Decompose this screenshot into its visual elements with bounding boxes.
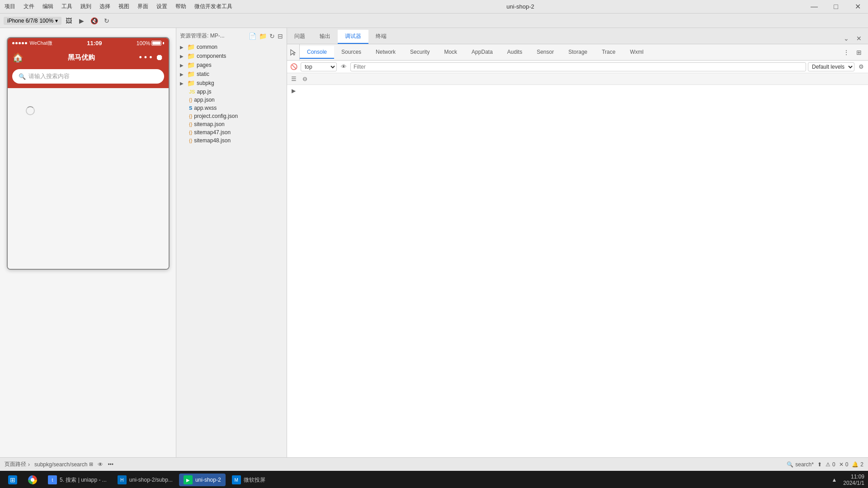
page-path-label[interactable]: 页面路径 ›	[5, 460, 30, 468]
settings-icon[interactable]: ⚙	[856, 62, 866, 72]
folder-common[interactable]: ▶ 📁 common	[176, 42, 287, 52]
menu-item-wechat[interactable]: 微信开发者工具	[194, 3, 232, 10]
tab-network[interactable]: Network	[368, 46, 403, 59]
level-select[interactable]: Default levels	[808, 62, 854, 71]
menu-item-project[interactable]: 项目	[5, 3, 15, 10]
taskbar-vscode[interactable]: H uni-shop-2/subp...	[113, 474, 177, 486]
js-file-icon: JS	[189, 89, 195, 94]
warning-count[interactable]: ⚠ 0	[826, 461, 835, 468]
minimize-button[interactable]: —	[804, 0, 825, 14]
taskbar-cast[interactable]: M 微软投屏	[227, 474, 270, 486]
menu-item-view[interactable]: 视图	[118, 3, 129, 10]
battery-nub	[163, 42, 164, 44]
tab-sources[interactable]: Sources	[334, 46, 368, 59]
filter-icon[interactable]: ⊖	[300, 74, 310, 84]
tab-sensor[interactable]: Sensor	[529, 46, 561, 59]
taskbar-uniapp-search[interactable]: t 5. 搜索 | uniapp - ...	[43, 474, 111, 486]
volume-button[interactable]: 🔇	[89, 15, 99, 26]
play-button[interactable]: ▶	[76, 15, 87, 26]
expand-arrow: ▶	[180, 54, 185, 59]
error-count[interactable]: ✕ 0	[839, 461, 849, 468]
detach-icon[interactable]: ⊞	[854, 47, 864, 58]
file-sitemap48-json[interactable]: {} sitemap48.json	[176, 136, 287, 145]
clear-console-icon[interactable]: 🚫	[289, 62, 299, 72]
console-expand-arrow[interactable]: ▶	[291, 87, 297, 95]
search-box[interactable]: 🔍 请输入搜索内容	[12, 69, 164, 84]
menu-item-tool[interactable]: 工具	[61, 3, 72, 10]
sidebar-toggle-icon[interactable]: ☰	[289, 74, 299, 84]
phone-frame: WeChat微 11:09 100% 🏠 黑马优购 • • • ⏺	[7, 37, 170, 270]
screenshot-button[interactable]: 🖼	[63, 15, 74, 26]
file-tree: ▶ 📁 common ▶ 📁 components ▶ 📁 pages ▶ 📁 …	[176, 42, 287, 145]
folder-pages[interactable]: ▶ 📁 pages	[176, 61, 287, 70]
taskbar-item-label: 微软投屏	[244, 476, 265, 484]
device-selector[interactable]: iPhone 6/7/8 100% ▾	[4, 17, 61, 25]
tab-security[interactable]: Security	[403, 46, 437, 59]
taskbar-devtools[interactable]: ▶ uni-shop-2	[179, 474, 226, 486]
search-status[interactable]: 🔍 search*	[787, 461, 814, 468]
more-dots-icon[interactable]: • • •	[139, 53, 152, 62]
expand-down-icon[interactable]: ⌄	[841, 33, 852, 44]
system-tray[interactable]: ▲	[827, 475, 841, 485]
bell-icon: 🔔	[852, 461, 859, 468]
inspect-element-btn[interactable]	[287, 44, 300, 61]
more-tabs-icon[interactable]: ⋮	[841, 47, 852, 58]
tab-trace[interactable]: Trace	[594, 46, 623, 59]
device-label: iPhone 6/7/8	[7, 18, 38, 24]
taskbar-windows-btn[interactable]: ⊞	[4, 474, 22, 486]
menu-item-settings[interactable]: 设置	[156, 3, 167, 10]
new-file-icon[interactable]: 📄	[249, 33, 256, 40]
eye-button[interactable]: 👁	[98, 461, 103, 468]
devtools-tab-actions: ⌄ ✕	[841, 33, 868, 44]
record-icon[interactable]: ⏺	[156, 53, 164, 62]
dot-2	[15, 42, 18, 44]
devtools-panel: 问题 输出 调试器 终端 ⌄ ✕ Console Sources Network…	[287, 28, 868, 457]
home-icon[interactable]: 🏠	[12, 52, 24, 63]
taskbar-chrome-btn[interactable]	[24, 474, 42, 486]
menu-item-select[interactable]: 选择	[99, 3, 110, 10]
file-app-js[interactable]: JS app.js	[176, 88, 287, 96]
close-button[interactable]: ✕	[847, 0, 868, 14]
page-path-value[interactable]: subpkg/search/search ⊞	[34, 461, 93, 468]
upload-icon-btn[interactable]: ⬆	[817, 461, 822, 468]
tab-output[interactable]: 输出	[312, 30, 338, 44]
battery-fill	[152, 42, 160, 45]
menu-item-help[interactable]: 帮助	[175, 3, 186, 10]
tab-debugger[interactable]: 调试器	[338, 30, 368, 44]
collapse-icon[interactable]: ⊟	[278, 33, 283, 40]
menu-item-goto[interactable]: 跳到	[80, 3, 91, 10]
folder-static[interactable]: ▶ 📁 static	[176, 70, 287, 79]
tab-wxml[interactable]: Wxml	[623, 46, 651, 59]
copy-icon[interactable]: ⊞	[89, 461, 93, 467]
context-select[interactable]: top	[301, 62, 337, 71]
close-panel-icon[interactable]: ✕	[854, 33, 864, 44]
console-toolbar-2: ☰ ⊖	[287, 73, 868, 85]
new-folder-icon[interactable]: 📁	[259, 33, 267, 40]
file-sitemap47-json[interactable]: {} sitemap47.json	[176, 128, 287, 136]
tab-terminal[interactable]: 终端	[368, 30, 394, 44]
tab-console[interactable]: Console	[300, 46, 334, 59]
notification-count[interactable]: 🔔 2	[852, 461, 863, 468]
file-project-config-json[interactable]: {} project.config.json	[176, 112, 287, 120]
tab-appdata[interactable]: AppData	[464, 46, 500, 59]
more-button[interactable]: •••	[108, 461, 113, 468]
file-app-wxss[interactable]: S app.wxss	[176, 104, 287, 112]
menu-item-edit[interactable]: 编辑	[42, 3, 53, 10]
tab-storage[interactable]: Storage	[561, 46, 594, 59]
folder-subpkg[interactable]: ▶ 📁 subpkg	[176, 79, 287, 88]
file-sitemap-json[interactable]: {} sitemap.json	[176, 120, 287, 128]
chevron-right-icon: ›	[28, 461, 30, 468]
refresh-icon[interactable]: ↻	[269, 33, 275, 40]
eye-status-icon: 👁	[98, 461, 103, 468]
tab-audits[interactable]: Audits	[500, 46, 529, 59]
rotate-button[interactable]: ↻	[101, 15, 112, 26]
filter-input[interactable]	[350, 62, 806, 71]
file-app-json[interactable]: {} app.json	[176, 96, 287, 104]
maximize-button[interactable]: □	[826, 0, 846, 14]
menu-item-file[interactable]: 文件	[24, 3, 34, 10]
tab-issues[interactable]: 问题	[287, 30, 312, 44]
folder-components[interactable]: ▶ 📁 components	[176, 52, 287, 61]
tab-mock[interactable]: Mock	[437, 46, 464, 59]
eye-icon[interactable]: 👁	[339, 62, 349, 72]
menu-item-interface[interactable]: 界面	[137, 3, 148, 10]
